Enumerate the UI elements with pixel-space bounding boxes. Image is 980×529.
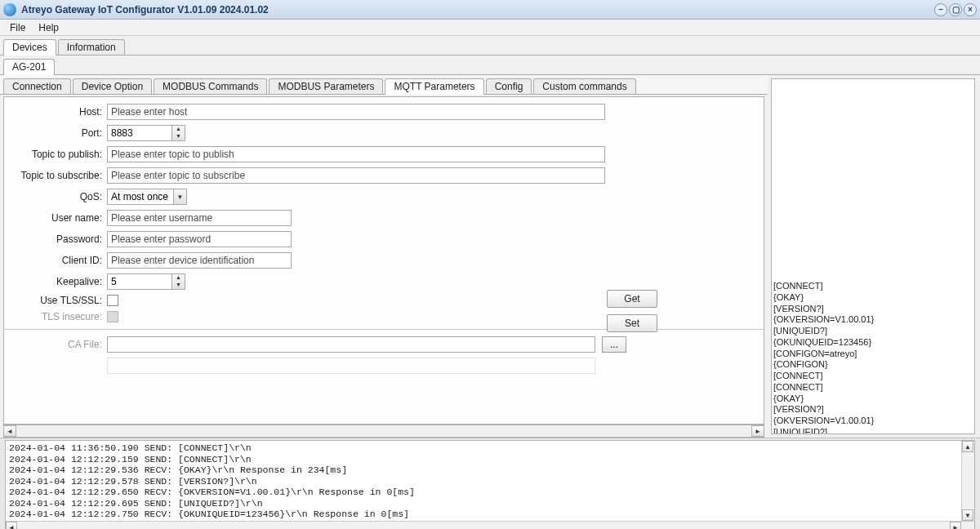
port-input[interactable] xyxy=(107,125,172,141)
ca-file-browse-button[interactable]: ... xyxy=(602,336,626,353)
scroll-left-icon[interactable]: ◄ xyxy=(6,522,17,529)
menu-help[interactable]: Help xyxy=(32,22,65,33)
qos-select[interactable] xyxy=(107,189,174,205)
use-tls-checkbox[interactable] xyxy=(107,295,118,306)
console-hscrollbar[interactable]: ◄ ► xyxy=(6,521,974,529)
app-logo-icon xyxy=(3,3,16,16)
client-id-input[interactable] xyxy=(107,252,292,269)
param-panel: Host: Port: ▲▼ Topic to publish: Topic t… xyxy=(3,96,764,425)
tab-device-option[interactable]: Device Option xyxy=(73,78,152,94)
username-label: User name: xyxy=(16,212,107,224)
extra-input[interactable] xyxy=(107,358,595,374)
maximize-button[interactable]: ▢ xyxy=(949,3,962,16)
use-tls-label: Use TLS/SSL: xyxy=(16,295,107,306)
username-input[interactable] xyxy=(107,210,292,226)
form-hscrollbar[interactable]: ◄ ► xyxy=(3,425,764,438)
console-panel: 2024-01-04 11:36:50.190 SEND: [CONNECT]\… xyxy=(5,440,975,529)
title-bar: Atreyo Gateway IoT Configurator V1.01.09… xyxy=(0,0,980,20)
scroll-up-icon[interactable]: ▲ xyxy=(962,441,973,452)
tls-insecure-checkbox xyxy=(107,311,118,322)
scroll-right-icon[interactable]: ► xyxy=(950,522,961,529)
ca-file-label: CA File: xyxy=(16,339,107,350)
keepalive-spinner[interactable]: ▲▼ xyxy=(172,273,185,290)
tab-custom-commands[interactable]: Custom commands xyxy=(533,78,635,94)
tab-modbus-parameters[interactable]: MODBUS Parameters xyxy=(269,78,383,94)
tab-mqtt-parameters[interactable]: MQTT Parameters xyxy=(385,78,483,94)
topic-publish-input[interactable] xyxy=(107,146,605,162)
window-title: Atreyo Gateway IoT Configurator V1.01.09… xyxy=(21,4,933,16)
get-set-column: Get Set xyxy=(607,290,657,332)
keepalive-input[interactable] xyxy=(107,273,172,290)
tab-ag-201[interactable]: AG-201 xyxy=(3,59,55,74)
tab-devices[interactable]: Devices xyxy=(3,39,56,55)
host-input[interactable] xyxy=(107,104,605,120)
client-id-label: Client ID: xyxy=(16,255,107,266)
scroll-down-icon[interactable]: ▼ xyxy=(962,509,973,521)
keepalive-label: Keepalive: xyxy=(16,276,107,287)
tab-information[interactable]: Information xyxy=(58,39,125,55)
qos-dropdown-icon[interactable]: ▼ xyxy=(174,189,187,205)
event-log-text: [CONNECT] {OKAY} [VERSION?] {OKVERSION=V… xyxy=(773,281,973,434)
outer-tabstrip: Devices Information xyxy=(0,36,980,56)
console-output[interactable]: 2024-01-04 11:36:50.190 SEND: [CONNECT]\… xyxy=(6,441,961,521)
close-button[interactable]: × xyxy=(964,3,977,16)
menu-bar: File Help xyxy=(0,20,980,36)
get-button[interactable]: Get xyxy=(607,290,657,308)
console-vscrollbar[interactable]: ▲ ▼ xyxy=(961,441,974,521)
password-label: Password: xyxy=(16,233,107,245)
port-spinner[interactable]: ▲▼ xyxy=(172,125,185,141)
event-log-panel[interactable]: [CONNECT] {OKAY} [VERSION?] {OKVERSION=V… xyxy=(771,78,975,434)
tab-connection[interactable]: Connection xyxy=(3,78,71,94)
scroll-right-icon[interactable]: ► xyxy=(751,425,764,437)
param-scroll[interactable]: Host: Port: ▲▼ Topic to publish: Topic t… xyxy=(3,96,764,425)
tab-modbus-commands[interactable]: MODBUS Commands xyxy=(154,78,267,94)
topic-subscribe-input[interactable] xyxy=(107,167,605,184)
topic-publish-label: Topic to publish: xyxy=(16,149,107,160)
qos-label: QoS: xyxy=(16,191,107,202)
minimize-button[interactable]: – xyxy=(934,3,947,16)
set-button[interactable]: Set xyxy=(607,314,657,332)
param-tabstrip: Connection Device Option MODBUS Commands… xyxy=(0,75,768,95)
ca-file-input[interactable] xyxy=(107,336,595,353)
device-tabstrip: AG-201 xyxy=(0,56,980,75)
host-label: Host: xyxy=(16,106,107,118)
port-label: Port: xyxy=(16,127,107,139)
left-pane: Connection Device Option MODBUS Commands… xyxy=(0,75,768,438)
menu-file[interactable]: File xyxy=(3,22,32,33)
scroll-left-icon[interactable]: ◄ xyxy=(3,425,16,437)
password-input[interactable] xyxy=(107,231,292,247)
tls-insecure-label: TLS insecure: xyxy=(16,311,107,322)
topic-subscribe-label: Topic to subscribe: xyxy=(16,170,107,181)
main-area: Connection Device Option MODBUS Commands… xyxy=(0,75,980,438)
tab-config[interactable]: Config xyxy=(486,78,532,94)
